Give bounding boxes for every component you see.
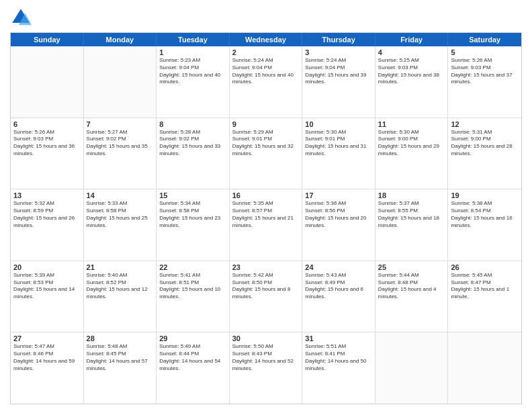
day-number: 30 bbox=[232, 334, 300, 342]
day-number: 4 bbox=[378, 48, 445, 56]
day-info: Sunrise: 5:48 AM Sunset: 8:45 PM Dayligh… bbox=[87, 343, 154, 372]
day-number: 11 bbox=[378, 120, 445, 128]
day-cell-18: 18Sunrise: 5:37 AM Sunset: 8:55 PM Dayli… bbox=[375, 189, 449, 261]
day-number: 3 bbox=[305, 48, 372, 56]
calendar-row-4: 20Sunrise: 5:39 AM Sunset: 8:53 PM Dayli… bbox=[11, 261, 521, 332]
day-cell-16: 16Sunrise: 5:35 AM Sunset: 8:57 PM Dayli… bbox=[230, 189, 303, 261]
day-number: 23 bbox=[232, 263, 300, 271]
calendar-row-3: 13Sunrise: 5:32 AM Sunset: 8:59 PM Dayli… bbox=[11, 189, 521, 261]
day-cell-25: 25Sunrise: 5:44 AM Sunset: 8:48 PM Dayli… bbox=[375, 261, 449, 332]
day-cell-26: 26Sunrise: 5:45 AM Sunset: 8:47 PM Dayli… bbox=[448, 261, 521, 332]
day-info: Sunrise: 5:37 AM Sunset: 8:55 PM Dayligh… bbox=[378, 200, 445, 229]
day-cell-4: 4Sunrise: 5:25 AM Sunset: 9:03 PM Daylig… bbox=[375, 46, 449, 118]
header-day-saturday: Saturday bbox=[448, 33, 521, 46]
header-day-sunday: Sunday bbox=[11, 33, 84, 46]
header-day-wednesday: Wednesday bbox=[230, 33, 303, 46]
day-info: Sunrise: 5:33 AM Sunset: 8:58 PM Dayligh… bbox=[87, 200, 154, 229]
day-number: 18 bbox=[378, 191, 445, 199]
day-cell-5: 5Sunrise: 5:26 AM Sunset: 9:03 PM Daylig… bbox=[448, 46, 521, 118]
day-info: Sunrise: 5:45 AM Sunset: 8:47 PM Dayligh… bbox=[451, 272, 519, 301]
day-number: 8 bbox=[159, 120, 226, 128]
day-number: 15 bbox=[159, 191, 226, 199]
day-info: Sunrise: 5:30 AM Sunset: 9:01 PM Dayligh… bbox=[305, 129, 372, 158]
day-info: Sunrise: 5:42 AM Sunset: 8:50 PM Dayligh… bbox=[232, 272, 300, 301]
day-info: Sunrise: 5:30 AM Sunset: 9:00 PM Dayligh… bbox=[378, 129, 445, 158]
day-number: 31 bbox=[305, 334, 372, 342]
day-info: Sunrise: 5:24 AM Sunset: 9:04 PM Dayligh… bbox=[305, 57, 372, 86]
day-number: 26 bbox=[451, 263, 519, 271]
day-cell-29: 29Sunrise: 5:49 AM Sunset: 8:44 PM Dayli… bbox=[157, 332, 230, 404]
calendar-header: SundayMondayTuesdayWednesdayThursdayFrid… bbox=[11, 33, 521, 46]
header-day-tuesday: Tuesday bbox=[157, 33, 230, 46]
day-number: 6 bbox=[13, 120, 81, 128]
page-header bbox=[10, 7, 522, 28]
day-number: 10 bbox=[305, 120, 372, 128]
day-info: Sunrise: 5:44 AM Sunset: 8:48 PM Dayligh… bbox=[378, 272, 445, 301]
day-info: Sunrise: 5:41 AM Sunset: 8:51 PM Dayligh… bbox=[159, 272, 226, 301]
day-cell-11: 11Sunrise: 5:30 AM Sunset: 9:00 PM Dayli… bbox=[375, 118, 449, 189]
day-info: Sunrise: 5:38 AM Sunset: 8:54 PM Dayligh… bbox=[451, 200, 519, 229]
day-info: Sunrise: 5:28 AM Sunset: 9:02 PM Dayligh… bbox=[159, 129, 226, 158]
day-cell-1: 1Sunrise: 5:23 AM Sunset: 9:04 PM Daylig… bbox=[157, 46, 230, 118]
day-cell-20: 20Sunrise: 5:39 AM Sunset: 8:53 PM Dayli… bbox=[11, 261, 84, 332]
day-cell-12: 12Sunrise: 5:31 AM Sunset: 9:00 PM Dayli… bbox=[448, 118, 521, 189]
calendar-row-1: 1Sunrise: 5:23 AM Sunset: 9:04 PM Daylig… bbox=[11, 46, 521, 118]
day-info: Sunrise: 5:26 AM Sunset: 9:03 PM Dayligh… bbox=[13, 129, 81, 158]
day-info: Sunrise: 5:23 AM Sunset: 9:04 PM Dayligh… bbox=[159, 57, 226, 86]
header-day-thursday: Thursday bbox=[302, 33, 375, 46]
calendar-row-2: 6Sunrise: 5:26 AM Sunset: 9:03 PM Daylig… bbox=[11, 118, 521, 189]
day-info: Sunrise: 5:26 AM Sunset: 9:03 PM Dayligh… bbox=[451, 57, 519, 86]
day-cell-8: 8Sunrise: 5:28 AM Sunset: 9:02 PM Daylig… bbox=[157, 118, 230, 189]
day-cell-7: 7Sunrise: 5:27 AM Sunset: 9:02 PM Daylig… bbox=[84, 118, 157, 189]
day-number: 29 bbox=[159, 334, 226, 342]
day-cell-30: 30Sunrise: 5:50 AM Sunset: 8:43 PM Dayli… bbox=[230, 332, 303, 404]
day-cell-3: 3Sunrise: 5:24 AM Sunset: 9:04 PM Daylig… bbox=[302, 46, 375, 118]
day-number: 27 bbox=[13, 334, 81, 342]
logo-icon bbox=[10, 7, 32, 28]
day-number: 12 bbox=[451, 120, 519, 128]
day-cell-13: 13Sunrise: 5:32 AM Sunset: 8:59 PM Dayli… bbox=[11, 189, 84, 261]
day-info: Sunrise: 5:34 AM Sunset: 8:58 PM Dayligh… bbox=[159, 200, 226, 229]
day-number: 25 bbox=[378, 263, 445, 271]
day-info: Sunrise: 5:35 AM Sunset: 8:57 PM Dayligh… bbox=[232, 200, 300, 229]
day-number: 24 bbox=[305, 263, 372, 271]
logo bbox=[10, 7, 34, 28]
day-cell-31: 31Sunrise: 5:51 AM Sunset: 8:41 PM Dayli… bbox=[302, 332, 375, 404]
day-number: 28 bbox=[87, 334, 154, 342]
day-info: Sunrise: 5:50 AM Sunset: 8:43 PM Dayligh… bbox=[232, 343, 300, 372]
day-cell-23: 23Sunrise: 5:42 AM Sunset: 8:50 PM Dayli… bbox=[230, 261, 303, 332]
day-cell-14: 14Sunrise: 5:33 AM Sunset: 8:58 PM Dayli… bbox=[84, 189, 157, 261]
calendar: SundayMondayTuesdayWednesdayThursdayFrid… bbox=[10, 32, 522, 404]
day-number: 14 bbox=[87, 191, 154, 199]
calendar-body: 1Sunrise: 5:23 AM Sunset: 9:04 PM Daylig… bbox=[11, 46, 521, 404]
day-info: Sunrise: 5:24 AM Sunset: 9:04 PM Dayligh… bbox=[232, 57, 300, 86]
day-cell-19: 19Sunrise: 5:38 AM Sunset: 8:54 PM Dayli… bbox=[448, 189, 521, 261]
day-number: 20 bbox=[13, 263, 81, 271]
day-cell-10: 10Sunrise: 5:30 AM Sunset: 9:01 PM Dayli… bbox=[302, 118, 375, 189]
day-number: 13 bbox=[13, 191, 81, 199]
day-cell-6: 6Sunrise: 5:26 AM Sunset: 9:03 PM Daylig… bbox=[11, 118, 84, 189]
day-number: 22 bbox=[159, 263, 226, 271]
day-info: Sunrise: 5:49 AM Sunset: 8:44 PM Dayligh… bbox=[159, 343, 226, 372]
header-day-monday: Monday bbox=[84, 33, 157, 46]
day-cell-17: 17Sunrise: 5:36 AM Sunset: 8:56 PM Dayli… bbox=[302, 189, 375, 261]
day-number: 16 bbox=[232, 191, 300, 199]
day-info: Sunrise: 5:40 AM Sunset: 8:52 PM Dayligh… bbox=[87, 272, 154, 301]
day-number: 21 bbox=[87, 263, 154, 271]
day-number: 17 bbox=[305, 191, 372, 199]
day-info: Sunrise: 5:39 AM Sunset: 8:53 PM Dayligh… bbox=[13, 272, 81, 301]
day-info: Sunrise: 5:32 AM Sunset: 8:59 PM Dayligh… bbox=[13, 200, 81, 229]
empty-cell bbox=[375, 332, 449, 404]
day-info: Sunrise: 5:43 AM Sunset: 8:49 PM Dayligh… bbox=[305, 272, 372, 301]
empty-cell bbox=[11, 46, 84, 118]
empty-cell bbox=[84, 46, 157, 118]
day-cell-9: 9Sunrise: 5:29 AM Sunset: 9:01 PM Daylig… bbox=[230, 118, 303, 189]
day-cell-28: 28Sunrise: 5:48 AM Sunset: 8:45 PM Dayli… bbox=[84, 332, 157, 404]
day-info: Sunrise: 5:51 AM Sunset: 8:41 PM Dayligh… bbox=[305, 343, 372, 372]
day-number: 5 bbox=[451, 48, 519, 56]
day-cell-21: 21Sunrise: 5:40 AM Sunset: 8:52 PM Dayli… bbox=[84, 261, 157, 332]
day-cell-2: 2Sunrise: 5:24 AM Sunset: 9:04 PM Daylig… bbox=[230, 46, 303, 118]
calendar-row-5: 27Sunrise: 5:47 AM Sunset: 8:46 PM Dayli… bbox=[11, 332, 521, 404]
day-cell-15: 15Sunrise: 5:34 AM Sunset: 8:58 PM Dayli… bbox=[157, 189, 230, 261]
day-cell-27: 27Sunrise: 5:47 AM Sunset: 8:46 PM Dayli… bbox=[11, 332, 84, 404]
